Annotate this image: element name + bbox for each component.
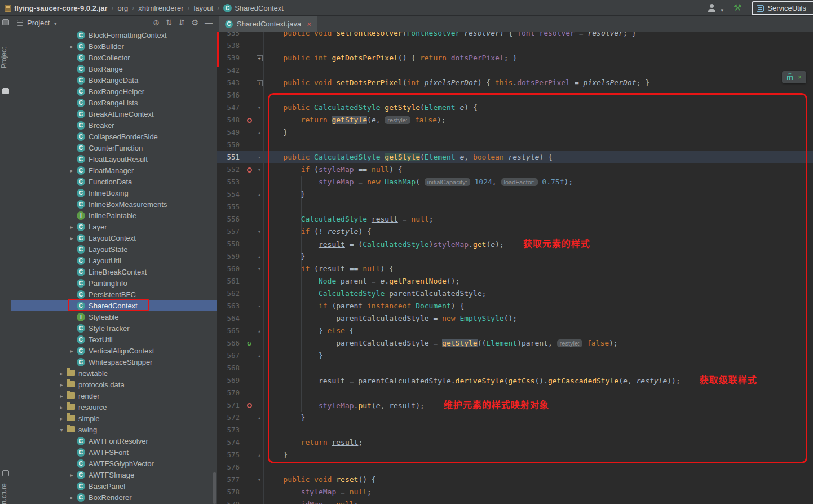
fold-end-icon[interactable]: ▴ (255, 449, 264, 461)
line-number[interactable]: 555 (217, 201, 243, 213)
fold-end-icon[interactable]: ▴ (255, 188, 264, 201)
code-text[interactable]: if (parent instanceof Document) { (264, 300, 464, 312)
code-text[interactable]: } (264, 250, 305, 263)
tree-item[interactable]: CBoxRange (11, 63, 217, 74)
code-line[interactable]: 548 return getStyle(e, restyle: false); (217, 114, 813, 126)
code-line[interactable]: 556 CalculatedStyle result = null; (217, 213, 813, 226)
breadcrumb-item[interactable]: org (117, 4, 128, 12)
tree-item[interactable]: CBreaker (11, 120, 217, 131)
editor-lines[interactable]: 535 public void setFontResolver(FontReso… (217, 32, 813, 504)
chevron-right-icon[interactable]: ▸ (56, 393, 67, 399)
code-line[interactable]: 568 (217, 362, 813, 374)
code-text[interactable]: } (264, 449, 288, 461)
code-text[interactable]: result = (CalculatedStyle)styleMap.get(e… (264, 238, 590, 250)
inspection-widget[interactable]: m̃ × (782, 71, 806, 83)
fold-end-icon[interactable]: ▴ (255, 250, 264, 263)
code-text[interactable] (264, 39, 266, 52)
breadcrumb-item[interactable]: flying-saucer-core-9.0.2.jar (5, 4, 107, 12)
code-text[interactable] (264, 424, 266, 436)
line-number[interactable]: 547 (217, 101, 243, 114)
code-line[interactable]: 561 Node parent = e.getParentNode(); (217, 275, 813, 288)
line-number[interactable]: 558 (217, 238, 243, 250)
code-line[interactable]: 572▴ } (217, 412, 813, 424)
project-tool-icon[interactable] (2, 19, 9, 25)
code-line[interactable]: 573 (217, 424, 813, 436)
tree-item[interactable]: CStyleTracker (11, 322, 217, 334)
tab-sharedcontext[interactable]: C SharedContext.java × (219, 16, 317, 32)
hide-panel-icon[interactable]: — (205, 18, 213, 27)
line-number[interactable]: 560 (217, 263, 243, 275)
tree-item[interactable]: ▸CBoxRenderer (11, 492, 217, 503)
code-text[interactable]: } (264, 126, 288, 139)
wrench-icon[interactable]: ⚒ (734, 3, 741, 12)
tree-item[interactable]: ▸CLayer (11, 221, 217, 232)
line-number[interactable]: 571 (217, 399, 243, 412)
tree-item[interactable]: ▸resource (11, 401, 217, 413)
fold-open-icon[interactable]: ▾ (255, 151, 264, 163)
line-number[interactable]: 575 (217, 449, 243, 461)
fold-expand-icon[interactable]: + (255, 77, 264, 89)
tree-item[interactable]: CLayoutUtil (11, 255, 217, 266)
chevron-right-icon[interactable]: ▸ (67, 494, 77, 501)
code-text[interactable] (264, 64, 266, 77)
tree-item[interactable]: ▸CVerticalAlignContext (11, 345, 217, 356)
code-text[interactable]: styleMap = new HashMap( initialCapacity:… (264, 176, 573, 188)
project-panel-title[interactable]: Project ▾ (27, 19, 57, 27)
code-text[interactable]: } (264, 188, 305, 201)
line-number[interactable]: 551 (217, 151, 243, 163)
tree-item[interactable]: ▾swing (11, 424, 217, 435)
tree-item[interactable]: CBoxRangeLists (11, 97, 217, 108)
tree-item[interactable]: CCollapsedBorderSide (11, 131, 217, 142)
code-line[interactable]: 559▴ } (217, 250, 813, 263)
chevron-right-icon[interactable]: ▸ (56, 382, 67, 388)
code-text[interactable]: styleMap = null; (264, 486, 372, 498)
line-number[interactable]: 569 (217, 374, 243, 387)
code-text[interactable]: if (! restyle) { (264, 226, 372, 238)
tree-item[interactable]: CTextUtil (11, 334, 217, 345)
line-number[interactable]: 577 (217, 474, 243, 486)
code-line[interactable]: 571 styleMap.put(e, result);维护元素的样式映射对象 (217, 399, 813, 412)
tree-item[interactable]: CBoxRangeHelper (11, 86, 217, 97)
line-number[interactable]: 553 (217, 176, 243, 188)
tree-item[interactable]: ▸CBoxBuilder (11, 41, 217, 52)
tree-item[interactable]: IStyleable (11, 311, 217, 322)
code-text[interactable]: public CalculatedStyle getStyle(Element … (264, 151, 553, 163)
breadcrumb-item[interactable]: xhtmlrenderer (138, 4, 183, 12)
line-number[interactable]: 538 (217, 39, 243, 52)
code-text[interactable]: } (264, 412, 305, 424)
breakpoint-icon[interactable] (247, 118, 252, 123)
tree-item[interactable]: ▸render (11, 390, 217, 401)
tree-item[interactable]: CBreakAtLineContext (11, 108, 217, 120)
service-utils-window[interactable]: ServiceUtils (752, 1, 813, 15)
line-number[interactable]: 567 (217, 350, 243, 362)
code-text[interactable]: public void setDotsPerPixel(int pixelsPe… (264, 77, 649, 89)
fold-open-icon[interactable]: ▾ (255, 263, 264, 275)
code-line[interactable]: 564 parentCalculatedStyle = new EmptySty… (217, 312, 813, 325)
project-view-icon[interactable] (17, 20, 23, 26)
code-text[interactable]: result = parentCalculatedStyle.deriveSty… (264, 374, 757, 387)
code-line[interactable]: 552▾ if (styleMap == null) { (217, 163, 813, 176)
code-line[interactable]: 551▾ public CalculatedStyle getStyle(Ele… (217, 151, 813, 163)
close-icon[interactable]: × (307, 20, 311, 29)
code-line[interactable]: 578 styleMap = null; (217, 486, 813, 498)
fold-end-icon[interactable]: ▴ (255, 126, 264, 139)
breadcrumb-item[interactable]: CSharedContext (223, 4, 284, 12)
fold-open-icon[interactable]: ▾ (255, 474, 264, 486)
project-stripe-label[interactable]: Project (0, 34, 11, 81)
line-number[interactable]: 566 (217, 337, 243, 350)
fold-open-icon[interactable]: ▾ (255, 300, 264, 312)
code-line[interactable]: 542 (217, 64, 813, 77)
code-text[interactable]: idMap = null; (264, 498, 358, 504)
line-number[interactable]: 562 (217, 288, 243, 300)
code-line[interactable]: 569 result = parentCalculatedStyle.deriv… (217, 374, 813, 387)
structure-tool-icon[interactable] (2, 470, 9, 476)
chevron-right-icon[interactable]: ▸ (56, 415, 67, 422)
code-text[interactable]: } (264, 350, 323, 362)
code-text[interactable]: return result; (264, 436, 363, 449)
code-text[interactable]: CalculatedStyle result = null; (264, 213, 433, 226)
tree-item[interactable]: IInlinePaintable (11, 210, 217, 221)
fold-open-icon[interactable]: ▾ (255, 226, 264, 238)
line-number[interactable]: 552 (217, 163, 243, 176)
code-line[interactable]: 558 result = (CalculatedStyle)styleMap.g… (217, 238, 813, 250)
expand-all-icon[interactable]: ⇅ (166, 18, 173, 27)
